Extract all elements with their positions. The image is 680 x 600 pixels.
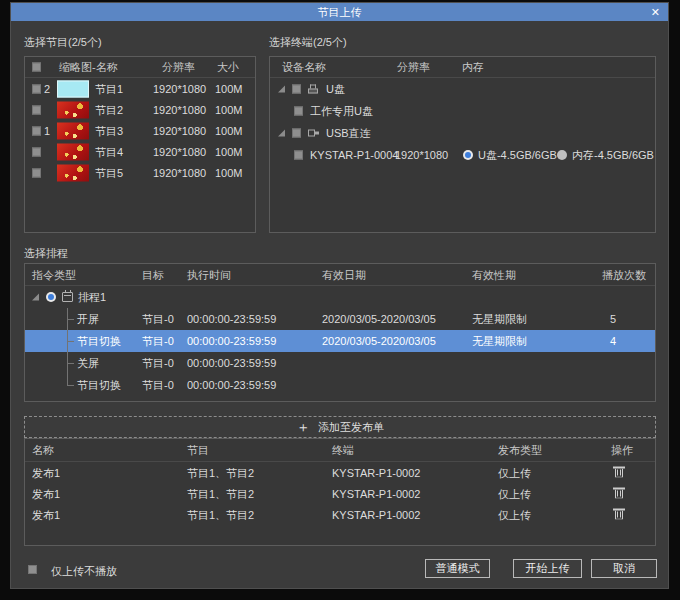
schedule-section-label: 选择排程 [24, 246, 68, 261]
program-resolution: 1920*1080 [153, 83, 206, 95]
memory-storage-label: 内存-4.5GB/6GB [572, 148, 654, 163]
publish-type: 仅上传 [498, 465, 531, 480]
schedule-row-selected[interactable]: 节目切换 节目-0 00:00:00-23:59:59 2020/03/05-2… [25, 330, 655, 352]
terminal-group-checkbox[interactable] [292, 85, 301, 94]
terminal-child-row[interactable]: 工作专用U盘 [270, 100, 655, 122]
schedule-date: 2020/03/05-2020/03/05 [322, 335, 436, 347]
program-row[interactable]: 节目4 1920*1080 100M [25, 141, 255, 162]
schedule-row[interactable]: 开屏 节目-0 00:00:00-23:59:59 2020/03/05-202… [25, 308, 655, 330]
terminals-section-label: 选择终端(2/5个) [269, 35, 347, 50]
tree-line [67, 341, 74, 342]
schedule-header-time: 执行时间 [187, 267, 231, 282]
programs-table-header: 缩略图-名称 分辨率 大小 [25, 57, 255, 78]
usb-plug-icon [308, 129, 319, 138]
schedule-target: 节目-0 [142, 356, 174, 371]
schedule-header-week: 有效性期 [472, 267, 516, 282]
schedule-week: 无星期限制 [472, 312, 527, 327]
expand-icon[interactable] [278, 86, 285, 93]
schedule-count: 5 [610, 313, 616, 325]
terminal-device-name: KYSTAR-P1-0004 [310, 149, 398, 161]
publish-programs: 节目1、节目2 [187, 486, 254, 501]
schedule-header-count: 播放次数 [602, 267, 646, 282]
schedule-radio[interactable] [46, 292, 56, 302]
program-thumbnail [57, 101, 89, 118]
program-row[interactable]: 节目2 1920*1080 100M [25, 99, 255, 120]
schedule-time: 00:00:00-23:59:59 [187, 357, 276, 369]
program-checkbox[interactable] [32, 105, 41, 114]
memory-storage-radio[interactable] [557, 150, 567, 160]
publish-name: 发布1 [32, 486, 60, 501]
terminal-checkbox[interactable] [294, 107, 303, 116]
publish-header-action: 操作 [611, 443, 633, 458]
expand-icon[interactable] [32, 294, 39, 301]
start-upload-button[interactable]: 开始上传 [513, 559, 582, 578]
udisk-storage-radio[interactable] [463, 150, 473, 160]
schedule-type: 节目切换 [77, 334, 121, 349]
delete-icon[interactable] [615, 510, 623, 519]
schedule-row[interactable]: 关屏 节目-0 00:00:00-23:59:59 [25, 352, 655, 374]
close-icon[interactable]: ✕ [651, 3, 660, 21]
cancel-button[interactable]: 取消 [591, 559, 657, 578]
select-all-programs-checkbox[interactable] [32, 63, 41, 72]
schedule-header-target: 目标 [142, 267, 164, 282]
publish-header-name: 名称 [32, 443, 54, 458]
publish-row: 发布1 节目1、节目2 KYSTAR-P1-0002 仅上传 [25, 483, 655, 504]
upload-dialog: 节目上传 ✕ 选择节目(2/5个) 选择终端(2/5个) 缩略图-名称 分辨率 … [10, 2, 669, 589]
schedule-time: 00:00:00-23:59:59 [187, 335, 276, 347]
terminal-group-name: USB直连 [326, 126, 371, 141]
programs-header-resolution: 分辨率 [162, 60, 195, 75]
terminals-tree: 设备名称 分辨率 内存 U盘 工作专用U盘 USB直连 KYSTAR-P1-00… [269, 56, 656, 233]
schedule-date: 2020/03/05-2020/03/05 [322, 313, 436, 325]
program-name: 节目3 [95, 123, 123, 138]
program-row[interactable]: 节目5 1920*1080 100M [25, 162, 255, 183]
schedule-group-row[interactable]: 排程1 [25, 286, 655, 308]
program-row[interactable]: 2 节目1 1920*1080 100M [25, 78, 255, 99]
schedule-type: 开屏 [77, 312, 99, 327]
program-name: 节目5 [95, 165, 123, 180]
terminals-header-memory: 内存 [462, 60, 484, 75]
publish-programs: 节目1、节目2 [187, 465, 254, 480]
program-checkbox[interactable] [32, 126, 41, 135]
program-name: 节目1 [95, 81, 123, 96]
program-checkbox[interactable] [32, 147, 41, 156]
program-checkbox[interactable] [32, 168, 41, 177]
terminal-group-checkbox[interactable] [292, 129, 301, 138]
terminal-checkbox[interactable] [294, 151, 303, 160]
programs-header-size: 大小 [217, 60, 239, 75]
schedule-row[interactable]: 节目切换 节目-0 00:00:00-23:59:59 [25, 374, 655, 396]
usb-drive-icon [308, 85, 318, 94]
tree-line [67, 385, 74, 386]
upload-only-checkbox[interactable] [28, 565, 37, 574]
dialog-title: 节目上传 [318, 5, 362, 20]
program-resolution: 1920*1080 [153, 104, 206, 116]
terminal-group-row-udisk[interactable]: U盘 [270, 78, 655, 100]
program-thumbnail [57, 122, 89, 139]
selection-order: 2 [44, 83, 50, 95]
program-checkbox[interactable] [32, 84, 41, 93]
publish-terminal: KYSTAR-P1-0002 [332, 488, 420, 500]
normal-mode-button[interactable]: 普通模式 [425, 559, 490, 578]
add-to-publish-label: 添加至发布单 [318, 420, 384, 435]
calendar-icon [62, 292, 73, 302]
program-thumbnail [57, 143, 89, 160]
add-to-publish-button[interactable]: ＋ 添加至发布单 [24, 416, 656, 438]
upload-only-label: 仅上传不播放 [51, 564, 117, 579]
delete-icon[interactable] [615, 489, 623, 498]
udisk-storage-label: U盘-4.5GB/6GB [478, 148, 557, 163]
expand-icon[interactable] [278, 130, 285, 137]
delete-icon[interactable] [615, 468, 623, 477]
publish-table: 名称 节目 终端 发布类型 操作 发布1 节目1、节目2 KYSTAR-P1-0… [24, 438, 656, 546]
terminal-device-row[interactable]: KYSTAR-P1-0004 1920*1080 U盘-4.5GB/6GB 内存… [270, 144, 655, 166]
publish-name: 发布1 [32, 507, 60, 522]
program-row[interactable]: 1 节目3 1920*1080 100M [25, 120, 255, 141]
program-size: 100M [215, 125, 243, 137]
program-resolution: 1920*1080 [153, 167, 206, 179]
schedule-type: 节目切换 [77, 378, 121, 393]
program-size: 100M [215, 83, 243, 95]
schedule-type: 关屏 [77, 356, 99, 371]
program-name: 节目2 [95, 102, 123, 117]
publish-terminal: KYSTAR-P1-0002 [332, 509, 420, 521]
terminal-group-row-usb[interactable]: USB直连 [270, 122, 655, 144]
dialog-titlebar[interactable]: 节目上传 ✕ [11, 3, 668, 21]
tree-line [67, 374, 68, 385]
